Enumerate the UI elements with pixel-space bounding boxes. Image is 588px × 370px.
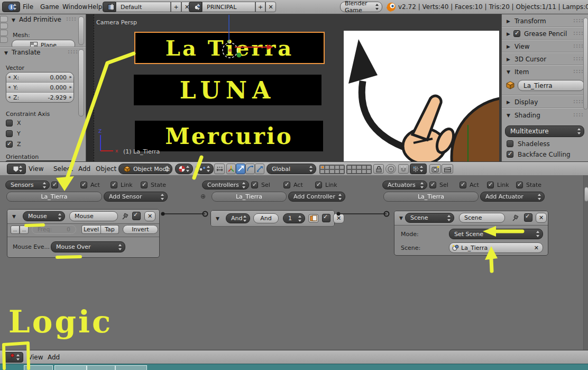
actuators-state-checkbox[interactable] (516, 182, 523, 188)
mark-button[interactable] (308, 213, 319, 223)
layer-cell[interactable] (352, 169, 356, 174)
axis-x-checkbox[interactable] (6, 120, 13, 127)
toolshelf-scrollbar[interactable] (78, 49, 84, 116)
text-object-mercurio[interactable]: Mercurio (135, 121, 323, 151)
controller-type-dropdown[interactable]: And (226, 213, 250, 223)
sensor-type-dropdown[interactable]: Mouse (23, 211, 65, 221)
panel-grip-icon[interactable]: :::: (573, 98, 584, 104)
menu-help[interactable]: Help (88, 0, 102, 14)
sensors-sel-checkbox[interactable] (51, 182, 58, 188)
panel-grip-icon[interactable]: :::: (573, 68, 584, 74)
editor-type-selector-info[interactable]: i (2, 2, 20, 12)
view-panel-title[interactable]: View (514, 43, 529, 50)
layer-cell[interactable] (335, 165, 339, 169)
add-sensor-dropdown[interactable]: Add Sensor (104, 192, 168, 202)
actuators-link-checkbox[interactable] (487, 182, 494, 188)
snap-toggle-button[interactable] (398, 164, 409, 174)
vector-z-field[interactable]: ◂ Z: -2.929 ▸ (6, 93, 74, 102)
add-controller-dropdown[interactable]: Add Controller (288, 192, 345, 202)
add-scene-button[interactable]: + (255, 2, 265, 12)
panel-expand-icon[interactable]: ▶ (507, 57, 510, 62)
menu-add-logic[interactable]: Add (48, 350, 60, 364)
clear-scene-icon[interactable]: ✕ (534, 245, 539, 251)
layers-grid-1[interactable] (319, 165, 345, 174)
pivot-dropdown[interactable] (196, 164, 214, 174)
decrement-icon[interactable]: ◂ (8, 84, 11, 89)
menu-view[interactable]: View (29, 162, 43, 176)
actuators-object-name[interactable]: La_Tierra (383, 192, 479, 202)
shading-panel-title[interactable]: Shading (514, 112, 540, 119)
grease-pencil-panel-title[interactable]: Grease Pencil (524, 30, 567, 38)
render-animation-button[interactable] (442, 164, 453, 174)
tap-button[interactable]: Tap (101, 225, 119, 234)
screen-layout-icon-button[interactable] (103, 2, 116, 12)
menu-select[interactable]: Select (53, 162, 73, 176)
manipulator-move-button[interactable] (236, 164, 245, 174)
collapse-icon[interactable]: ▼ (399, 215, 403, 221)
layer-cell[interactable] (362, 169, 366, 174)
level-button[interactable]: Level (81, 225, 101, 234)
shading-mode-dropdown[interactable]: Multitexture (505, 125, 584, 137)
logic-scrollbar-track[interactable] (583, 175, 588, 350)
panel-grip-icon[interactable]: :::: (573, 30, 584, 36)
sensors-filter-dropdown[interactable]: Sensors (5, 181, 50, 189)
layer-cell[interactable] (339, 169, 344, 174)
scene-actuator-block[interactable]: ▼ Scene Scene ✕ Mode: Set Scene Scene: L… (394, 211, 548, 256)
pulse-false-button[interactable]: ... (20, 225, 29, 234)
menu-add[interactable]: Add (78, 162, 90, 176)
panel-grip-icon[interactable]: :::: (68, 49, 78, 55)
and-controller-block[interactable]: ▼ And And 1 ✕ (210, 210, 335, 227)
transform-orientation-dropdown[interactable]: Global (267, 164, 316, 174)
layer-cell[interactable] (339, 165, 344, 169)
npanel-scrollbar[interactable] (583, 17, 588, 110)
item-panel-title[interactable]: Item (514, 68, 529, 76)
editor-type-selector-3dview[interactable] (7, 164, 26, 174)
transform-panel-title[interactable]: Transform (514, 17, 546, 25)
add-layout-button[interactable]: + (171, 2, 181, 12)
sensors-link-checkbox[interactable] (111, 182, 117, 188)
manipulator-scale-button[interactable] (255, 164, 264, 174)
invert-button[interactable]: Invert (123, 225, 158, 234)
frequency-field[interactable]: Freq: 0 (32, 225, 76, 234)
proportional-edit-button[interactable] (385, 164, 396, 174)
menu-game[interactable]: Game (40, 0, 59, 14)
vector-y-field[interactable]: ◂ Y: 0.000 ▸ (6, 83, 74, 93)
shadeless-checkbox[interactable] (507, 140, 513, 147)
controllers-object-name[interactable]: La_Tierra (212, 192, 287, 202)
layer-cell[interactable] (347, 169, 352, 174)
layer-cell[interactable] (347, 165, 352, 169)
engine-select[interactable]: Blender Game (340, 2, 382, 12)
axis-y-checkbox[interactable] (6, 130, 13, 137)
taskbar-item[interactable] (87, 365, 115, 370)
panel-grip-icon[interactable]: :::: (573, 56, 584, 61)
layer-cell[interactable] (352, 165, 356, 169)
panel-expand-icon[interactable]: ▶ (507, 44, 510, 49)
sensors-object-name[interactable]: La_Tierra (6, 192, 102, 202)
layer-cell[interactable] (356, 165, 361, 169)
panel-expand-icon[interactable]: ▶ (507, 31, 510, 37)
snap-element-dropdown[interactable] (410, 164, 427, 174)
shelf-tab[interactable] (0, 16, 8, 22)
manipulator-rotate-button[interactable] (245, 164, 255, 174)
layer-cell[interactable] (329, 165, 334, 169)
layers-grid-2[interactable] (346, 165, 372, 174)
controller-active-toggle[interactable] (322, 214, 330, 222)
panel-grip-icon[interactable]: :::: (573, 112, 584, 118)
scene-name[interactable]: PRINCIPAL (202, 2, 255, 12)
scene-target-field[interactable]: La_Tierra ✕ (449, 242, 543, 253)
sensor-active-toggle[interactable] (132, 212, 141, 220)
increment-icon[interactable]: ▸ (69, 94, 72, 100)
actuators-sel-checkbox[interactable] (429, 182, 436, 188)
actuator-name-field[interactable]: Scene (459, 213, 505, 223)
pin-icon[interactable] (122, 212, 129, 220)
controller-state-dropdown[interactable]: 1 (283, 213, 305, 223)
layer-cell[interactable] (335, 169, 339, 174)
actuator-type-dropdown[interactable]: Scene (405, 213, 454, 223)
decrement-icon[interactable]: ◂ (8, 94, 11, 100)
text-object-la-tierra[interactable]: La Tierra (134, 32, 325, 64)
toolshelf-scrollbar[interactable] (78, 16, 84, 45)
layer-cell[interactable] (325, 165, 329, 169)
item-name-field[interactable]: La_Tierra (518, 80, 584, 91)
controller-delete-button[interactable]: ✕ (333, 213, 344, 223)
panel-expand-icon[interactable]: ▶ (507, 19, 510, 24)
